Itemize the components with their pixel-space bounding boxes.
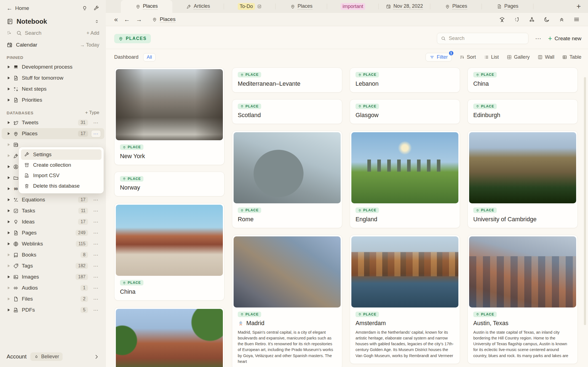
card-new-york[interactable]: PLACE New York [114,68,224,165]
more-options-icon[interactable]: ⋯ [91,130,101,137]
tab-todo[interactable]: To-Do [224,0,276,13]
tab-important[interactable]: important [327,0,379,13]
account-row[interactable]: Account Believer [0,347,106,367]
disclosure-triangle-icon[interactable] [8,66,10,68]
sidebar-item-development-process[interactable]: Development process [2,61,104,72]
view-all-chip[interactable]: All [143,53,156,61]
more-options-icon[interactable]: ⋯ [91,274,101,280]
card-amsterdam[interactable]: PLACE Amsterdam Amsterdam is the Netherl… [350,235,460,364]
card-england[interactable]: PLACE England [350,131,460,228]
sidebar-item-places[interactable]: Places 17 ⋯ [2,128,104,139]
card-austin-texas[interactable]: PLACE Austin, Texas Austin is the state … [467,235,578,364]
sidebar-item-pages[interactable]: Pages 249 ⋯ [2,227,104,238]
disclosure-triangle-icon[interactable] [8,99,10,101]
collapse-up-icon[interactable] [558,16,565,23]
menu-item-settings[interactable]: Settings [21,149,101,160]
tab-pages[interactable]: Pages [482,0,533,13]
quick-capture-icon[interactable] [7,30,13,36]
more-options-icon[interactable]: ⋯ [91,208,101,214]
sidebar-item-images[interactable]: Images 187 ⋯ [2,271,104,282]
tab-date[interactable]: Nov 28, 2022 [379,0,430,13]
search-input[interactable] [449,36,525,41]
new-tab-button[interactable]: + [569,2,588,11]
card-china-text[interactable]: PLACE China [467,68,578,93]
sidebar-item-pdfs[interactable]: PDFs 5 ⋯ [2,304,104,315]
scrollbar-thumb[interactable] [584,77,586,325]
view-list[interactable]: List [484,54,499,60]
sidebar-item-next-steps[interactable]: Next steps [2,83,104,95]
sidebar-item-tags[interactable]: Tags 182 ⋯ [2,260,104,271]
home-button[interactable]: ← Home [7,5,29,12]
disclosure-triangle-icon[interactable] [8,265,10,267]
menu-item-import-csv[interactable]: Import CSV [21,170,101,181]
disclosure-triangle-icon[interactable] [8,143,10,146]
disclosure-triangle-icon[interactable] [8,309,10,311]
view-gallery[interactable]: Gallery [507,54,530,60]
create-new-button[interactable]: + Create new [548,34,581,42]
add-type-button[interactable]: + Type [85,110,99,115]
sidebar-search[interactable]: Search [16,30,83,36]
view-table[interactable]: Table [562,54,581,60]
view-wall[interactable]: Wall [538,54,554,60]
sidebar-item-books[interactable]: Books 8 ⋯ [2,249,104,260]
chevron-right-icon[interactable] [94,354,99,360]
disclosure-triangle-icon[interactable] [8,198,10,201]
more-options-icon[interactable]: ⋯ [91,230,101,236]
wrench-icon[interactable] [93,5,99,11]
graduation-cap-icon[interactable] [499,16,505,23]
disclosure-triangle-icon[interactable] [8,77,10,79]
more-options-icon[interactable]: ⋯ [91,219,101,225]
disclosure-triangle-icon[interactable] [8,209,10,212]
card-edinburgh[interactable]: PLACE Edinburgh [467,99,578,124]
card-partial[interactable] [114,307,224,367]
tab-places-2[interactable]: Places [276,0,327,13]
today-button[interactable]: → Today [80,42,99,48]
disclosure-triangle-icon[interactable] [8,132,10,135]
tab-places-active[interactable]: Places [121,0,172,13]
add-button[interactable]: + Add [86,30,99,36]
sidebar-item-audios[interactable]: Audios 1 ⋯ [2,282,104,293]
sidebar-item-weblinks[interactable]: Weblinks 115 ⋯ [2,238,104,249]
filter-button[interactable]: Filter 1 [426,53,452,61]
sidebar-item-calendar[interactable]: Calendar → Today [0,40,106,51]
card-madrid[interactable]: PLACE Madrid Madrid, Spain's central cap… [232,235,342,367]
workspace-switcher-icon[interactable] [94,19,99,24]
sidebar-item-equations[interactable]: Equations 17 ⋯ [2,194,104,205]
disclosure-triangle-icon[interactable] [8,253,10,256]
disclosure-triangle-icon[interactable] [8,298,10,300]
dark-mode-moon-icon[interactable] [544,16,550,23]
card-scotland[interactable]: PLACE Scotland [232,99,342,124]
more-options-icon[interactable]: ⋯ [91,241,101,247]
more-options-icon[interactable]: ⋯ [91,197,101,203]
disclosure-triangle-icon[interactable] [8,176,10,179]
more-options-icon[interactable]: ⋯ [91,252,101,258]
more-options-icon[interactable]: ⋯ [534,35,542,42]
card-mediterranean-levante[interactable]: PLACE Mediterranean–Levante [232,68,342,93]
forward-button[interactable]: → [136,16,142,23]
card-glasgow[interactable]: PLACE Glasgow [350,99,460,124]
disclosure-triangle-icon[interactable] [8,231,10,234]
sort-button[interactable]: Sort [459,54,476,60]
menu-item-delete-database[interactable]: Delete this database [21,181,101,191]
disclosure-triangle-icon[interactable] [8,121,10,124]
more-options-icon[interactable]: ⋯ [91,120,101,126]
disclosure-triangle-icon[interactable] [8,88,10,90]
menu-item-create-collection[interactable]: Create collection [21,160,101,170]
sidebar-item-stuff-for-tomorrow[interactable]: Stuff for tomorrow [2,72,104,83]
menu-hamburger-icon[interactable] [573,16,580,23]
sidebar-item-tweets[interactable]: Tweets 31 ⋯ [2,117,104,128]
disclosure-triangle-icon[interactable] [8,165,10,168]
sidebar-item-priorities[interactable]: Priorities [2,95,104,106]
more-options-icon[interactable]: ⋯ [91,296,101,302]
card-china[interactable]: PLACE China [114,203,224,301]
tab-places-3[interactable]: Places [430,0,482,13]
sidebar-item-tasks[interactable]: Tasks 11 ⋯ [2,205,104,216]
disclosure-triangle-icon[interactable] [8,154,10,157]
sidebar-item-files[interactable]: Files 2 ⋯ [2,293,104,304]
disclosure-triangle-icon[interactable] [8,220,10,223]
back-button[interactable]: ← [124,16,130,23]
ai-sparkle-icon[interactable] [514,16,520,23]
more-options-icon[interactable]: ⋯ [91,285,101,291]
view-dashboard[interactable]: Dashboard [114,54,138,60]
disclosure-triangle-icon[interactable] [8,276,10,278]
